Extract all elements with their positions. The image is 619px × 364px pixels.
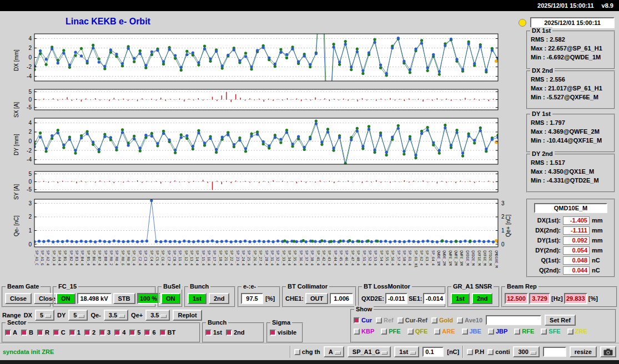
sector-item-a: A [5,329,17,336]
sector-item-4: 4 [114,329,125,336]
show-region-checkbox-qfe[interactable] [407,328,414,335]
show-item-cur-ref: Cur-Ref [397,317,427,323]
range-dy-select[interactable]: 5 [68,310,88,321]
bpm-label-sp_c7_4: SP_C7_4 [167,250,170,265]
bt-collimator-value: 1.006 [330,293,353,304]
bunch-select-group: Bunch 1st 2nd [184,286,235,307]
sector-item-6: 6 [144,329,155,336]
bpm-label-sp_23_4: SP_23_4 [235,250,239,265]
readout-row: DY(2nd):0.054mm [527,245,614,255]
device-a-select[interactable]: A [324,346,344,357]
bpm-label-sp_b4_4: SP_B4_4 [80,250,84,265]
beam-rep-value-1: 12.500 [505,293,528,304]
range-qe-plus-label: Qe+ [131,312,143,318]
titlebar: 2025/12/01 15:00:11 v8.9 [0,0,619,11]
ee-ratio-title: e-:e- [241,283,258,290]
sector-checkbox-2[interactable] [84,330,90,336]
range-qe-plus-select[interactable]: 3.5 [145,310,170,321]
threshold-input[interactable] [422,347,444,357]
busel-on-button[interactable]: ON [161,293,180,304]
range-dx-select[interactable]: 5 [35,310,54,321]
device-sp-select[interactable]: SP_A1_G [348,346,391,357]
sector-checkbox-4[interactable] [114,330,120,336]
show-region-checkbox-jbe[interactable] [462,328,468,335]
stat-box-dy-1st: DY 1stRMS : 1.797Max : 4.369@QWFE_2MMin … [526,114,615,153]
show-region-label-kbp: KBP [361,328,374,335]
sector-checkbox-1[interactable] [69,330,76,336]
sector-checkbox-a[interactable] [5,330,11,336]
beam-rep-title: Beam Rep [505,283,539,290]
resize-button[interactable]: resize [570,346,597,357]
show-checkbox-cur-ref[interactable] [397,317,404,323]
conti-checkbox[interactable] [487,349,494,355]
show-checkbox-ave10[interactable] [457,317,463,323]
fc15-on-button[interactable]: ON [56,293,76,304]
bpm-label-sp_14_4: SP_14_4 [195,250,199,265]
show-region-checkbox-jbp[interactable] [488,328,494,335]
gr-snsr-title: GR_A1 SNSR [451,283,494,290]
show-region-checkbox-pfe[interactable] [381,328,387,335]
show-region-checkbox-kbp[interactable] [354,328,360,335]
gr-snsr-1st-button[interactable]: 1st [451,293,470,304]
show-checkbox-cur[interactable] [354,317,360,323]
bpm-label-sp_21_4: SP_21_4 [224,250,228,265]
show-checkbox-ref[interactable] [376,317,382,323]
show-checkbox-gold[interactable] [431,317,437,323]
bpm-label-sp_c8_4: SP_C8_4 [172,250,176,265]
ph-checkbox[interactable] [467,349,473,355]
sector-item-r: R [37,329,49,336]
replot-button[interactable]: Replot [173,310,202,321]
stat-box-title: DX 2nd [530,67,555,74]
sector-checkbox-6[interactable] [144,330,150,336]
dx-orbit-plot: 420-2-4 [11,33,515,83]
sigma-checkbox-visible[interactable] [270,330,276,336]
sector-checkbox-bt[interactable] [160,330,166,336]
bpm-label-qxf1e_m: QXF1E_M [477,250,481,265]
gr-snsr-2nd-button[interactable]: 2nd [472,293,493,304]
bunch-1st-button[interactable]: 1st [188,293,207,304]
sector-checkbox-5[interactable] [129,330,135,336]
range-row: Range DX 5 DY 5 Qe- 3.5 Qe+ 3.5 Replot [2,309,202,321]
show-region-checkbox-zre[interactable] [567,328,573,335]
bunch-2nd-button[interactable]: 2nd [209,293,230,304]
bpm-label-sp_r0_2: SP_R0_2 [109,250,113,265]
readout-unit: mm [592,237,603,244]
busel-group: BuSel ON [158,286,183,307]
sector-label-4: 4 [122,329,125,336]
svg-text:-5: -5 [27,186,32,193]
fc15-stb-button[interactable]: STB [113,293,135,304]
bpm-label-sp_45_4: SP_45_4 [339,250,343,265]
chg-th-checkbox[interactable] [294,349,300,355]
interval-select[interactable]: 300 [513,346,539,357]
svg-text:0: 0 [28,97,32,103]
beam-gate-close-button-1[interactable]: Close [5,293,32,304]
set-ref-button[interactable]: Set Ref [545,315,576,326]
sector-checkbox-c[interactable] [53,330,59,336]
bt-loss-se1-value: -0.014 [423,293,445,304]
sector-label-bt: BT [168,329,176,336]
screenshot-button[interactable] [600,346,616,357]
svg-text:2: 2 [28,45,32,51]
sector-checkbox-r[interactable] [37,330,43,336]
show-region-checkbox-rfe[interactable] [514,328,520,335]
show-region-checkbox-sfe[interactable] [541,328,547,335]
bpm-label-sp_b1_4: SP_B1_4 [63,250,67,265]
bunch-filter-checkbox-2nd[interactable] [226,330,232,336]
sector-checkbox-3[interactable] [99,330,105,336]
show-region-checkbox-are[interactable] [434,328,440,335]
bunch-order-select[interactable]: 1st [394,346,419,357]
show-label-ave10: Ave10 [465,317,482,323]
svg-text:3: 3 [28,200,32,206]
range-qe-minus-select[interactable]: 3.5 [104,310,128,321]
ref-name-input[interactable] [486,315,541,325]
sector-checkbox-b[interactable] [21,330,27,336]
show-label-gold: Gold [439,317,453,323]
bpm-label-sp_38_4: SP_38_4 [310,250,314,265]
svg-text:0: 0 [28,138,32,144]
bunch-filter-checkbox-1st[interactable] [205,330,212,336]
bpm-label-sp_35_4: SP_35_4 [293,250,297,265]
bt-collimator-out-button[interactable]: OUT [305,293,328,304]
svg-text:0: 0 [28,241,32,247]
svg-text:2: 2 [501,214,505,220]
aux-input[interactable] [543,347,566,357]
